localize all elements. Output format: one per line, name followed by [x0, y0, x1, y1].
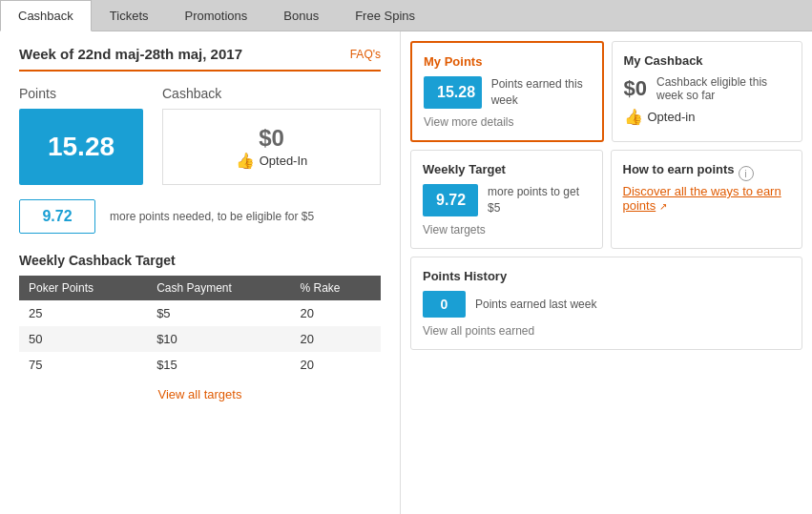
left-panel: Week of 22nd maj-28th maj, 2017 FAQ's Po…: [0, 31, 401, 514]
table-row: 25 $5 20: [19, 300, 381, 326]
needed-row: 9.72 more points needed, to be eligible …: [19, 199, 381, 234]
tab-bonus[interactable]: Bonus: [265, 0, 337, 31]
weekly-target-row: 9.72 more points to get $5: [423, 184, 591, 216]
top-cards-row: My Points 15.28 Points earned this week …: [410, 41, 802, 142]
my-points-card: My Points 15.28 Points earned this week …: [410, 41, 604, 142]
view-all-targets-link[interactable]: View all targets: [19, 387, 381, 401]
right-panel: My Points 15.28 Points earned this week …: [401, 31, 812, 514]
row2-rake: 20: [290, 326, 381, 352]
tab-bar: Cashback Tickets Promotions Bonus Free S…: [0, 0, 812, 31]
how-to-earn-title: How to earn points: [623, 162, 735, 176]
weekly-target-title: Weekly Target: [423, 162, 591, 176]
cashback-opted-in: 👍 Opted-in: [624, 108, 791, 126]
points-label: Points: [19, 86, 143, 101]
cashback-amount: $0: [259, 125, 284, 152]
how-to-earn-header: How to earn points i: [623, 162, 791, 184]
row3-cash: $15: [147, 352, 290, 378]
my-points-value: 15.28: [424, 76, 482, 109]
points-history-card: Points History 0 Points earned last week…: [410, 257, 802, 350]
points-value: 15.28: [19, 109, 143, 185]
col-poker-points: Poker Points: [19, 276, 147, 300]
cashback-opted-in-label: Opted-in: [648, 110, 696, 124]
thumb-icon: 👍: [236, 152, 255, 170]
row1-rake: 20: [290, 300, 381, 326]
points-history-desc: Points earned last week: [475, 297, 596, 313]
my-cashback-row: $0 Cashback eligible this week so far: [624, 75, 791, 102]
faq-link[interactable]: FAQ's: [350, 48, 381, 61]
row3-points: 75: [19, 352, 147, 378]
row1-points: 25: [19, 300, 147, 326]
needed-text: more points needed, to be eligible for $…: [110, 210, 314, 223]
middle-cards-row: Weekly Target 9.72 more points to get $5…: [410, 150, 802, 249]
tab-promotions[interactable]: Promotions: [167, 0, 266, 31]
points-history-value: 0: [423, 291, 466, 318]
table-row: 50 $10 20: [19, 326, 381, 352]
my-points-desc: Points earned this week: [491, 76, 591, 109]
week-header: Week of 22nd maj-28th maj, 2017 FAQ's: [19, 46, 381, 72]
weekly-target-value: 9.72: [423, 184, 478, 216]
my-cashback-title: My Cashback: [624, 53, 791, 68]
tab-cashback[interactable]: Cashback: [0, 0, 92, 31]
table-row: 75 $15 20: [19, 352, 381, 378]
points-section: Points 15.28: [19, 86, 143, 185]
discover-link[interactable]: Discover all the ways to earn points: [623, 184, 781, 213]
my-cashback-desc: Cashback eligible this week so far: [656, 75, 790, 102]
my-points-title: My Points: [424, 54, 591, 69]
view-more-details-link[interactable]: View more details: [424, 115, 514, 129]
cashback-section: Cashback $0 👍 Opted-In: [162, 86, 381, 185]
col-cash-payment: Cash Payment: [147, 276, 290, 300]
row2-points: 50: [19, 326, 147, 352]
weekly-target-title: Weekly Cashback Target: [19, 253, 381, 268]
weekly-target-card: Weekly Target 9.72 more points to get $5…: [410, 150, 603, 249]
row2-cash: $10: [147, 326, 290, 352]
my-cashback-card: My Cashback $0 Cashback eligible this we…: [612, 41, 803, 142]
tab-tickets[interactable]: Tickets: [92, 0, 167, 31]
opted-in-label: Opted-In: [260, 154, 308, 168]
view-all-earned-link[interactable]: View all points earned: [423, 324, 534, 338]
main-content: Week of 22nd maj-28th maj, 2017 FAQ's Po…: [0, 31, 812, 514]
points-cashback-row: Points 15.28 Cashback $0 👍 Opted-In: [19, 86, 381, 185]
col-rake: % Rake: [290, 276, 381, 300]
my-points-row: 15.28 Points earned this week: [424, 76, 591, 109]
opted-in: 👍 Opted-In: [236, 152, 308, 170]
points-history-title: Points History: [423, 269, 790, 283]
cashback-box: $0 👍 Opted-In: [162, 109, 381, 185]
info-icon[interactable]: i: [739, 166, 754, 181]
cashback-thumb-icon: 👍: [624, 108, 643, 126]
external-link-icon: ↗: [659, 201, 667, 212]
cashback-table: Poker Points Cash Payment % Rake 25 $5 2…: [19, 276, 381, 378]
week-title: Week of 22nd maj-28th maj, 2017: [19, 46, 242, 62]
my-cashback-amount: $0: [624, 76, 647, 101]
weekly-target-desc: more points to get $5: [488, 184, 591, 216]
row1-cash: $5: [147, 300, 290, 326]
needed-value: 9.72: [19, 199, 95, 234]
points-history-row: 0 Points earned last week: [423, 291, 790, 318]
view-targets-link[interactable]: View targets: [423, 223, 486, 236]
how-to-earn-card: How to earn points i Discover all the wa…: [611, 150, 803, 249]
cashback-label: Cashback: [162, 86, 381, 101]
row3-rake: 20: [290, 352, 381, 378]
tab-free-spins[interactable]: Free Spins: [337, 0, 433, 31]
